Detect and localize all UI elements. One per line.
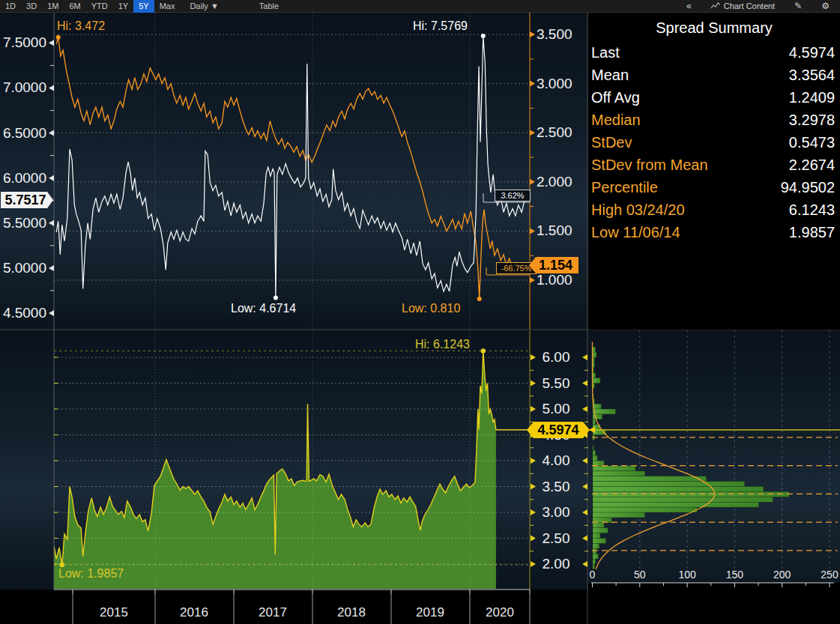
spread-axis-tick: 2.00 — [531, 557, 581, 572]
summary-row-value: 3.3564 — [789, 67, 835, 84]
summary-row-label: Percentile — [591, 179, 658, 196]
top-left-axis-tick: 7.0000 — [0, 80, 46, 95]
table-button[interactable]: Table — [254, 0, 284, 13]
top-right-axis-tick: 3.500 — [537, 27, 572, 42]
x-axis-year-2015: 2015 — [91, 605, 136, 620]
summary-row-label: Last — [591, 44, 620, 61]
terminal-chart-window: 1D3D1M6MYTD1Y5YMax Daily ▼ Table « Chart… — [0, 0, 840, 624]
top-right-axis-tick: 1.000 — [537, 273, 572, 288]
top-orange-high-label: Hi: 3.472 — [57, 19, 105, 33]
x-axis-year-2020: 2020 — [477, 605, 522, 620]
toolbar-period-5Y[interactable]: 5Y — [133, 0, 154, 13]
top-right-axis-tick: 1.500 — [537, 223, 572, 238]
chart-toolbar: 1D3D1M6MYTD1Y5YMax Daily ▼ Table « Chart… — [0, 0, 840, 13]
settings-gear-icon[interactable]: ⚙ — [821, 0, 830, 13]
spread-axis-tick: 6.00 — [531, 350, 581, 365]
toolbar-period-6M[interactable]: 6M — [64, 0, 85, 13]
summary-row: High 03/24/206.1243 — [588, 199, 840, 221]
white-series-last-price-box: 5.7517 — [1, 192, 53, 208]
summary-row: Median3.2978 — [588, 109, 840, 131]
line-chart-icon — [711, 1, 720, 10]
summary-row: Off Avg1.2409 — [588, 86, 840, 109]
spread-low-label: Low: 1.9857 — [58, 567, 124, 581]
annotate-pencil-icon[interactable]: ✎ — [794, 0, 802, 13]
top-left-axis-tick: 6.5000 — [0, 126, 46, 141]
summary-row-label: High 03/24/20 — [591, 202, 685, 219]
spread-axis-tick: 2.50 — [531, 531, 581, 546]
summary-row-label: StDev from Mean — [591, 157, 708, 174]
chart-content-button[interactable]: Chart Content — [711, 1, 775, 10]
histogram-x-tick: 150 — [721, 569, 748, 581]
top-white-high-label: Hi: 7.5769 — [413, 19, 468, 33]
spread-last-value-box: 4.5974 — [527, 422, 590, 438]
top-left-axis-tick: 6.0000 — [0, 171, 46, 186]
x-axis-year-2018: 2018 — [329, 605, 374, 620]
toolbar-period-1D[interactable]: 1D — [0, 0, 21, 13]
collapse-panel-icon[interactable]: « — [686, 0, 692, 13]
toolbar-period-3D[interactable]: 3D — [21, 0, 42, 13]
summary-row-label: Mean — [591, 67, 629, 84]
summary-row-value: 1.2409 — [789, 89, 835, 106]
top-right-axis-tick: 2.500 — [537, 125, 572, 140]
summary-row: StDev0.5473 — [588, 131, 840, 154]
summary-row: Low 11/06/141.9857 — [588, 221, 840, 243]
spread-summary-rows: Last4.5974Mean3.3564Off Avg1.2409Median3… — [588, 41, 840, 243]
histogram-x-tick: 100 — [674, 569, 701, 581]
top-left-axis-tick: 5.0000 — [0, 261, 46, 276]
frequency-dropdown[interactable]: Daily ▼ — [184, 0, 223, 13]
toolbar-period-1Y[interactable]: 1Y — [113, 0, 133, 13]
spread-chart-plot[interactable] — [0, 330, 588, 590]
top-left-axis-tick: 4.5000 — [0, 306, 46, 321]
top-orange-low-label: Low: 0.810 — [402, 302, 460, 315]
top-right-axis-tick: 2.000 — [537, 175, 572, 190]
histogram-plot[interactable] — [588, 330, 840, 583]
spread-axis-tick: 5.00 — [531, 402, 581, 416]
summary-row-value: 1.9857 — [789, 224, 835, 241]
histogram-x-tick: 50 — [626, 569, 653, 581]
x-axis-year-2016: 2016 — [172, 605, 217, 620]
summary-row-value: 0.5473 — [789, 134, 835, 151]
white-series-pct-change: 3.62% — [495, 190, 531, 202]
summary-row: Percentile94.9502 — [588, 176, 840, 199]
histogram-x-tick: 200 — [769, 569, 796, 581]
top-chart-plot[interactable] — [0, 13, 588, 330]
period-buttons: 1D3D1M6MYTD1Y5YMax — [0, 0, 180, 13]
summary-row: StDev from Mean2.2674 — [588, 154, 840, 176]
summary-row-value: 3.2978 — [789, 112, 835, 129]
orange-series-last-price-box: 1.154 — [529, 257, 578, 273]
x-axis-year-2019: 2019 — [408, 605, 453, 620]
histogram-x-tick: 0 — [579, 569, 606, 581]
spread-axis-tick: 4.00 — [531, 453, 581, 468]
spread-summary-title: Spread Summary — [588, 13, 840, 37]
spread-axis-tick: 5.50 — [531, 376, 581, 391]
summary-row-label: Low 11/06/14 — [591, 224, 680, 241]
top-white-low-label: Low: 4.6714 — [231, 302, 296, 315]
summary-row-label: Median — [591, 112, 641, 129]
summary-row-value: 4.5974 — [789, 44, 835, 61]
summary-row-value: 94.9502 — [781, 179, 835, 196]
toolbar-period-1M[interactable]: 1M — [42, 0, 64, 13]
spread-summary-panel: Spread Summary Last4.5974Mean3.3564Off A… — [588, 13, 840, 330]
toolbar-period-Max[interactable]: Max — [154, 0, 181, 13]
summary-row-label: Off Avg — [591, 89, 640, 106]
summary-row: Last4.5974 — [588, 41, 840, 64]
toolbar-period-YTD[interactable]: YTD — [86, 0, 113, 13]
toolbar-right-controls: « Chart Content ✎ ⚙ — [686, 0, 840, 13]
top-left-axis-tick: 5.5000 — [0, 216, 46, 231]
x-axis-year-2017: 2017 — [250, 605, 295, 620]
summary-row-value: 2.2674 — [789, 157, 835, 174]
histogram-x-tick: 250 — [816, 569, 840, 581]
chart-content-label: Chart Content — [724, 1, 775, 10]
summary-row-value: 6.1243 — [789, 202, 835, 219]
summary-row: Mean3.3564 — [588, 64, 840, 86]
top-left-axis-tick: 7.5000 — [0, 35, 46, 50]
summary-row-label: StDev — [591, 134, 632, 151]
spread-axis-tick: 3.00 — [531, 505, 581, 520]
spread-axis-tick: 3.50 — [531, 479, 581, 494]
top-right-axis-tick: 3.000 — [537, 76, 572, 91]
spread-high-label: Hi: 6.1243 — [415, 338, 470, 351]
